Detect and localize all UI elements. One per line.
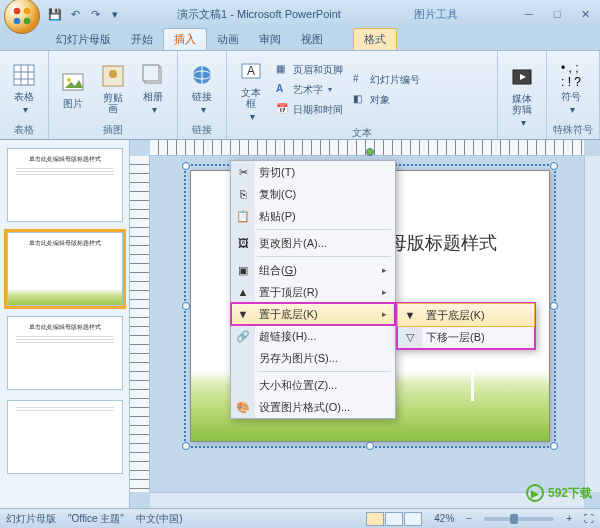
zoom-out-button[interactable]: − — [466, 513, 472, 524]
sorter-view-button[interactable] — [385, 512, 403, 526]
submenu-send-backward[interactable]: ▽下移一层(B) — [398, 326, 534, 348]
qat-dropdown[interactable]: ▾ — [106, 5, 124, 23]
group-illustrations: 图片 剪贴画 相册▾ 插图 — [49, 51, 178, 139]
minimize-button[interactable]: ─ — [518, 6, 540, 22]
group-label-links: 链接 — [184, 121, 220, 137]
copy-icon: ⎘ — [235, 186, 251, 202]
redo-button[interactable]: ↷ — [86, 5, 104, 23]
datetime-button[interactable]: 📅日期和时间 — [273, 101, 346, 119]
normal-view-button[interactable] — [366, 512, 384, 526]
menu-format-picture[interactable]: 🎨设置图片格式(O)... — [231, 396, 395, 418]
vertical-ruler — [130, 156, 150, 492]
svg-point-1 — [24, 8, 31, 15]
media-button[interactable]: 媒体剪辑▾ — [504, 61, 540, 130]
link-button[interactable]: 链接▾ — [184, 59, 220, 117]
zoom-slider[interactable] — [484, 517, 554, 521]
title-bar: 💾 ↶ ↷ ▾ 演示文稿1 - Microsoft PowerPoint 图片工… — [0, 0, 600, 28]
status-bar: 幻灯片母版 "Office 主题" 中文(中国) 42% − + ⛶ — [0, 508, 600, 528]
group-label-symbols: 特殊符号 — [553, 121, 593, 137]
back-icon: ▼ — [235, 306, 251, 322]
group-label-media — [504, 135, 540, 137]
resize-handle[interactable] — [366, 442, 374, 450]
menu-save-as-picture[interactable]: 另存为图片(S)... — [231, 347, 395, 369]
media-icon — [508, 63, 536, 91]
menu-bring-front[interactable]: ▲置于顶层(R)▸ — [231, 281, 395, 303]
resize-handle[interactable] — [182, 162, 190, 170]
thumbnail-4[interactable] — [7, 400, 123, 474]
header-footer-button[interactable]: ▦页眉和页脚 — [273, 61, 346, 79]
menu-cut[interactable]: ✂剪切(T) — [231, 161, 395, 183]
resize-handle[interactable] — [550, 162, 558, 170]
date-icon: 📅 — [276, 103, 290, 117]
slidenum-icon: # — [353, 73, 367, 87]
context-menu: ✂剪切(T) ⎘复制(C) 📋粘贴(P) 🖼更改图片(A)... ▣组合(G)▸… — [230, 160, 396, 419]
format-icon: 🎨 — [235, 399, 251, 415]
menu-copy[interactable]: ⎘复制(C) — [231, 183, 395, 205]
resize-handle[interactable] — [550, 442, 558, 450]
resize-handle[interactable] — [550, 302, 558, 310]
svg-point-12 — [109, 70, 117, 78]
zoom-level[interactable]: 42% — [434, 513, 454, 524]
resize-handle[interactable] — [182, 302, 190, 310]
tab-insert[interactable]: 插入 — [163, 28, 207, 50]
submenu-send-to-back[interactable]: ▼置于底层(K) — [398, 304, 534, 326]
textbox-icon: A — [237, 57, 265, 85]
front-icon: ▲ — [235, 284, 251, 300]
menu-group[interactable]: ▣组合(G)▸ — [231, 259, 395, 281]
textbox-button[interactable]: A 文本框▾ — [233, 55, 269, 124]
zoom-in-button[interactable]: + — [566, 513, 572, 524]
window-title: 演示文稿1 - Microsoft PowerPoint — [124, 7, 394, 22]
close-button[interactable]: ✕ — [574, 6, 596, 22]
clipart-icon — [99, 62, 127, 90]
picture-icon — [59, 68, 87, 96]
group-media: 媒体剪辑▾ — [498, 51, 547, 139]
wordart-button[interactable]: A艺术字▾ — [273, 81, 346, 99]
slideshow-view-button[interactable] — [404, 512, 422, 526]
group-links: 链接▾ 链接 — [178, 51, 227, 139]
object-button[interactable]: ◧对象 — [350, 91, 423, 109]
tab-view[interactable]: 视图 — [291, 29, 333, 50]
ribbon-tabs: 幻灯片母版 开始 插入 动画 审阅 视图 格式 — [0, 28, 600, 50]
svg-point-3 — [24, 18, 31, 25]
svg-point-10 — [67, 78, 71, 82]
symbol-button[interactable]: • , ;: ! ? 符号▾ — [553, 59, 589, 117]
maximize-button[interactable]: □ — [546, 6, 568, 22]
resize-handle[interactable] — [182, 442, 190, 450]
group-symbols: • , ;: ! ? 符号▾ 特殊符号 — [547, 51, 600, 139]
menu-hyperlink[interactable]: 🔗超链接(H)... — [231, 325, 395, 347]
status-view: 幻灯片母版 — [6, 512, 56, 526]
vertical-scrollbar[interactable] — [584, 156, 600, 492]
group-label-tables: 表格 — [6, 121, 42, 137]
menu-size-position[interactable]: 大小和位置(Z)... — [231, 374, 395, 396]
menu-send-back[interactable]: ▼置于底层(K)▸ — [231, 303, 395, 325]
tab-home[interactable]: 开始 — [121, 29, 163, 50]
tab-animation[interactable]: 动画 — [207, 29, 249, 50]
thumbnail-panel[interactable]: 单击此处编辑母版标题样式 单击此处编辑母版标题样式 单击此处编辑母版标题样式 — [0, 140, 130, 508]
group-tables: 表格▾ 表格 — [0, 51, 49, 139]
picture-button[interactable]: 图片 — [55, 66, 91, 111]
menu-paste[interactable]: 📋粘贴(P) — [231, 205, 395, 227]
svg-text:A: A — [247, 64, 255, 78]
svg-rect-4 — [14, 65, 34, 85]
photo-album-button[interactable]: 相册▾ — [135, 59, 171, 117]
horizontal-scrollbar[interactable] — [150, 492, 584, 508]
tab-review[interactable]: 审阅 — [249, 29, 291, 50]
thumbnail-2[interactable]: 单击此处编辑母版标题样式 — [7, 232, 123, 306]
send-backward-icon: ▽ — [402, 329, 418, 345]
thumbnail-1[interactable]: 单击此处编辑母版标题样式 — [7, 148, 123, 222]
clipart-button[interactable]: 剪贴画 — [95, 60, 131, 116]
rotate-handle[interactable] — [366, 148, 374, 156]
fit-button[interactable]: ⛶ — [584, 513, 594, 524]
menu-change-picture[interactable]: 🖼更改图片(A)... — [231, 232, 395, 254]
tab-slide-master[interactable]: 幻灯片母版 — [46, 29, 121, 50]
table-icon — [10, 61, 38, 89]
slide-number-button[interactable]: #幻灯片编号 — [350, 71, 423, 89]
save-button[interactable]: 💾 — [46, 5, 64, 23]
paste-icon: 📋 — [235, 208, 251, 224]
tab-format[interactable]: 格式 — [353, 28, 397, 50]
thumbnail-3[interactable]: 单击此处编辑母版标题样式 — [7, 316, 123, 390]
undo-button[interactable]: ↶ — [66, 5, 84, 23]
hyperlink-icon: 🔗 — [235, 328, 251, 344]
table-button[interactable]: 表格▾ — [6, 59, 42, 117]
svg-rect-14 — [143, 65, 159, 81]
